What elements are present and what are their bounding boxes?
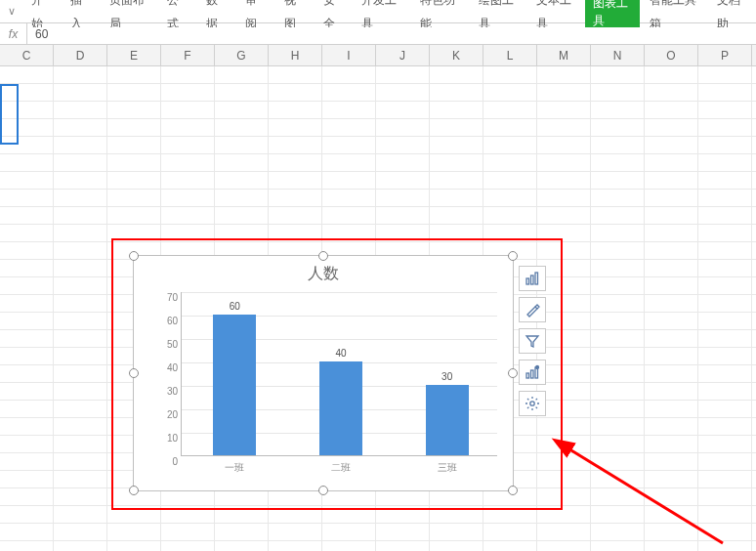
table-row[interactable] [0, 506, 756, 524]
table-row[interactable] [0, 172, 756, 190]
tab-chart-tools[interactable]: 图表工具 [585, 0, 640, 30]
resize-handle-sw[interactable] [129, 486, 139, 495]
bar-三班[interactable]: 30 [426, 385, 469, 455]
table-row[interactable] [0, 225, 756, 242]
resize-handle-e[interactable] [508, 368, 518, 378]
y-tick-label: 10 [154, 433, 178, 444]
table-row[interactable] [0, 541, 756, 551]
x-tick-label: 三班 [418, 461, 477, 475]
table-row[interactable] [0, 190, 756, 207]
col-header-O[interactable]: O [645, 45, 698, 65]
svg-rect-3 [526, 373, 529, 378]
y-tick-label: 30 [154, 386, 178, 397]
resize-handle-s[interactable] [318, 486, 328, 495]
chart-object[interactable]: 人数 01020304050607060一班40二班30三班 [133, 255, 514, 491]
resize-handle-nw[interactable] [129, 251, 139, 261]
resize-handle-n[interactable] [318, 251, 328, 261]
ribbon-tabs: ∨ 开始 插入 页面布局 公式 数据 审阅 视图 安全 开发工具 特色功能 绘图… [0, 0, 756, 23]
col-header-P[interactable]: P [698, 45, 752, 65]
table-row[interactable] [0, 84, 756, 102]
table-row[interactable] [0, 102, 756, 119]
spreadsheet-grid[interactable]: CDEFGHIJKLMNOP 人数 01020304050607060一班40二… [0, 45, 756, 551]
filter-icon[interactable] [519, 328, 546, 354]
y-tick-label: 50 [154, 339, 178, 350]
chart-elements-icon[interactable] [519, 266, 546, 291]
col-header-H[interactable]: H [269, 45, 322, 65]
col-header-M[interactable]: M [537, 45, 591, 65]
col-header-E[interactable]: E [107, 45, 161, 65]
col-header-C[interactable]: C [0, 45, 54, 65]
col-header-L[interactable]: L [483, 45, 537, 65]
y-tick-label: 60 [154, 316, 178, 326]
chart-type-icon[interactable] [519, 360, 546, 385]
ribbon-chevron[interactable]: ∨ [2, 5, 21, 18]
formula-input[interactable] [27, 27, 756, 41]
svg-rect-2 [535, 273, 538, 284]
y-tick-label: 20 [154, 409, 178, 420]
column-headers: CDEFGHIJKLMNOP [0, 45, 756, 66]
table-row[interactable] [0, 119, 756, 137]
bar-一班[interactable]: 60 [213, 315, 256, 455]
data-label: 60 [213, 301, 256, 312]
y-tick-label: 70 [154, 292, 178, 303]
table-row[interactable] [0, 524, 756, 541]
y-tick-label: 0 [154, 456, 178, 467]
data-label: 30 [426, 371, 469, 382]
table-row[interactable] [0, 137, 756, 154]
gear-icon[interactable] [519, 391, 546, 416]
x-tick-label: 一班 [205, 461, 264, 475]
svg-point-6 [536, 366, 539, 369]
resize-handle-se[interactable] [508, 486, 518, 495]
gridline [182, 292, 497, 293]
resize-handle-ne[interactable] [508, 251, 518, 261]
col-header-F[interactable]: F [161, 45, 215, 65]
col-header-J[interactable]: J [376, 45, 430, 65]
resize-handle-w[interactable] [129, 368, 139, 378]
col-header-G[interactable]: G [215, 45, 269, 65]
bar-二班[interactable]: 40 [319, 361, 362, 455]
table-row[interactable] [0, 66, 756, 84]
table-row[interactable] [0, 207, 756, 225]
y-tick-label: 40 [154, 362, 178, 373]
chart-side-tools [519, 266, 546, 416]
col-header-K[interactable]: K [430, 45, 483, 65]
svg-rect-0 [526, 278, 529, 284]
data-label: 40 [319, 348, 362, 359]
formula-bar: fx [0, 23, 756, 45]
col-header-I[interactable]: I [322, 45, 376, 65]
svg-rect-1 [531, 276, 534, 284]
col-header-N[interactable]: N [591, 45, 645, 65]
brush-icon[interactable] [519, 297, 546, 322]
fx-label[interactable]: fx [0, 23, 27, 45]
x-tick-label: 二班 [312, 461, 370, 475]
svg-rect-4 [531, 370, 534, 378]
chart-plot-area[interactable]: 01020304050607060一班40二班30三班 [181, 292, 497, 456]
table-row[interactable] [0, 154, 756, 172]
col-header-D[interactable]: D [54, 45, 107, 65]
svg-point-7 [530, 402, 534, 405]
